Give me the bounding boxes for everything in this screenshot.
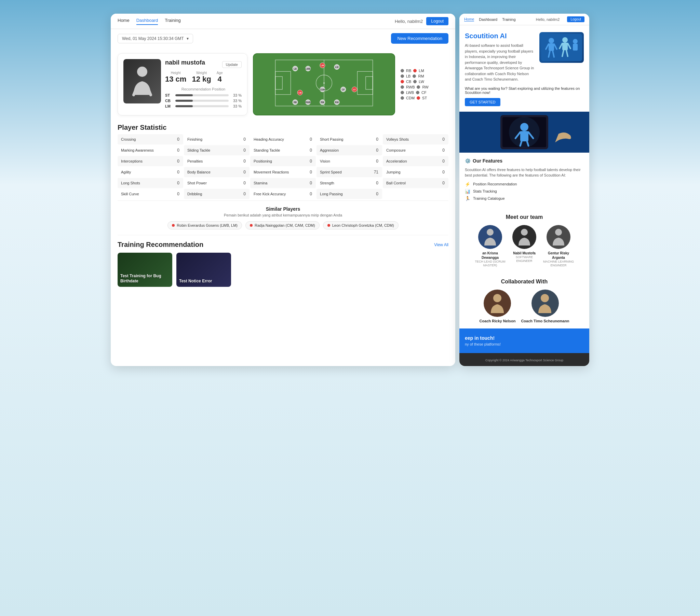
stat-value: 0 [376, 148, 378, 153]
team-role: MACHINE LEARNING ENGINEER [543, 260, 574, 268]
right-nav-dashboard[interactable]: Dashboard [479, 17, 497, 22]
legend-dot-rb [401, 69, 404, 73]
svg-point-60 [521, 229, 528, 235]
stat-name: Stamina [254, 181, 267, 185]
training-card[interactable]: Test Training for Bug Birthdate [117, 253, 172, 287]
stat-value: 0 [243, 159, 246, 164]
stat-name: Free Kick Accuracy [254, 192, 286, 196]
stat-name: Interceptions [121, 159, 142, 163]
age-value: 4 [217, 75, 222, 83]
pos-pct: 33 % [231, 104, 242, 108]
training-card-label: Test Notice Error [179, 279, 212, 284]
team-role: TECH LEAD (SCRUM MASTER) [475, 260, 505, 268]
player-tag-name: Robin Everardus Gosens (LWB, LM) [177, 223, 238, 228]
logout-button[interactable]: Logout [426, 17, 448, 25]
scoutition-image [539, 32, 584, 63]
stats-table: Crossing 0 Finishing 0 Heading Accuracy … [111, 133, 455, 201]
right-nav-home[interactable]: Home [464, 17, 474, 22]
pos-label: ST [165, 93, 173, 97]
right-nav: Home Dashboard Training Hello, nabilm2 L… [459, 14, 589, 25]
date-selector[interactable]: Wed, 01 May 2024 15:30:34 GMT ▾ [117, 34, 193, 43]
svg-text:CDM: CDM [320, 88, 325, 91]
stat-value: 0 [243, 192, 246, 196]
stat-box: Vision 0 [316, 156, 382, 166]
features-description: Scoutition AI offers three features to h… [465, 167, 584, 178]
keep-touch-title: eep in touch! [465, 335, 584, 341]
get-started-button[interactable]: GET STARTED [465, 98, 500, 106]
right-logout-button[interactable]: Logout [567, 16, 585, 22]
right-panel: Home Dashboard Training Hello, nabilm2 L… [459, 14, 589, 366]
stat-box: Composure 0 [383, 145, 448, 155]
right-content: Scoutition AI AI-based software to assis… [459, 25, 589, 366]
training-header: Training Recommendation View All [117, 241, 448, 248]
stat-name: Volleys Shots [386, 137, 409, 141]
player-tag: Radja Nainggolan (CM, CAM, CDM) [246, 221, 320, 230]
position-bars: ST 33 % CB 33 % LM 33 % [165, 93, 242, 108]
nav-training[interactable]: Training [165, 18, 180, 25]
new-recommendation-button[interactable]: New Recommendation [391, 33, 448, 44]
stat-box: Long Shots 0 [117, 178, 183, 188]
stat-value: 0 [376, 137, 378, 142]
feature-icon: 🏃 [465, 196, 470, 201]
training-card[interactable]: Test Notice Error [176, 253, 231, 287]
rec-position-label: Recommendation Position [165, 87, 242, 91]
scoutition-description: AI-based software to assist football pla… [465, 43, 535, 82]
stat-value: 0 [376, 159, 378, 164]
stat-name: Heading Accuracy [254, 137, 284, 141]
stat-name: Agility [121, 170, 131, 174]
legend-dot-rw [417, 85, 420, 89]
legend-label-st: ST [422, 96, 427, 100]
stat-box: Heading Accuracy 0 [250, 134, 316, 144]
team-avatar [547, 225, 571, 249]
feature-item: ⚡ Position Recommendation [465, 182, 584, 187]
nav-dashboard[interactable]: Dashboard [136, 18, 158, 25]
age-stat: Age 4 [217, 71, 223, 84]
legend-dot-lwb [401, 91, 404, 94]
our-features-section: ⚙️ Our Features Scoutition AI offers thr… [459, 153, 589, 209]
stat-box: Standing Tackle 0 [250, 145, 316, 155]
tag-dot [172, 224, 175, 227]
position-bar-cb: CB 33 % [165, 99, 242, 103]
stat-name: Long Shots [121, 181, 140, 185]
scoutition-text: Scoutition AI AI-based software to assis… [465, 32, 535, 82]
feature-label: Position Recommendation [473, 182, 517, 186]
stat-name: Long Passing [320, 192, 343, 196]
stat-box: Interceptions 0 [117, 156, 183, 166]
weight-stat: Weight 12 kg [192, 71, 211, 84]
stat-value: 0 [243, 137, 246, 142]
right-nav-training[interactable]: Training [502, 17, 515, 22]
legend-dot-lm [413, 69, 417, 73]
footer-text: Copyright © 2024 Ariwangga Technosport S… [485, 359, 563, 362]
stat-box: Sliding Tackle 0 [184, 145, 250, 155]
feature-item: 🏃 Training Catalogue [465, 196, 584, 201]
stat-value: 0 [442, 170, 445, 175]
collab-avatar-bg [484, 290, 511, 317]
stat-value: 0 [310, 159, 312, 164]
player-tag: Robin Everardus Gosens (LWB, LM) [167, 221, 242, 230]
date-text: Wed, 01 May 2024 15:30:34 GMT [122, 36, 184, 41]
view-all-button[interactable]: View All [434, 242, 448, 247]
stat-name: Body Balance [187, 170, 211, 174]
legend-label-cb: CB [406, 79, 411, 84]
football-field: LB LWB LM LW CB CDM [253, 53, 395, 115]
pos-bar-bg [175, 105, 229, 107]
stat-value: 0 [442, 148, 445, 153]
stats-grid-container: Crossing 0 Finishing 0 Heading Accuracy … [117, 133, 448, 201]
update-button[interactable]: Update [222, 61, 242, 68]
stat-name: Jumping [386, 170, 401, 174]
stat-value: 0 [177, 148, 179, 153]
pos-label: LM [165, 104, 173, 108]
meet-team-title: Meet our team [465, 214, 584, 220]
svg-text:LM: LM [321, 64, 324, 67]
position-bar-st: ST 33 % [165, 93, 242, 97]
stat-value: 0 [177, 159, 179, 164]
nav-home[interactable]: Home [117, 18, 129, 25]
feature-label: Stats Tracking [473, 189, 497, 193]
tag-dot [327, 224, 330, 227]
svg-point-62 [493, 294, 501, 302]
svg-text:CF: CF [342, 88, 345, 91]
stat-name: Composure [386, 148, 406, 152]
legend-dot-cf [416, 91, 420, 94]
avatar-placeholder [123, 59, 161, 103]
stat-box: Jumping 0 [383, 167, 448, 177]
